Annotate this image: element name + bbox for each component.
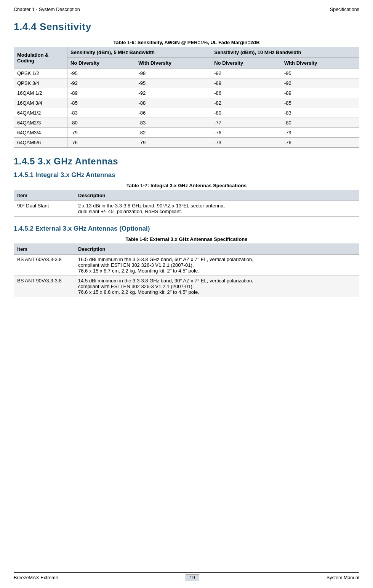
- header-right: Specifications: [330, 7, 359, 12]
- table7-col2-header: Description: [75, 190, 359, 201]
- table6-sub-col3: No Diversity: [211, 58, 281, 69]
- page-footer: BreezeMAX Extreme 19 System Manual: [14, 572, 359, 581]
- section-1451-heading: 1.4.5.1 Integral 3.x GHz Antennas: [14, 171, 359, 179]
- table6-col1-header: Modulation & Coding: [14, 47, 67, 69]
- page: Chapter 1 - System Description Specifica…: [0, 0, 373, 588]
- table-row: BS ANT 60V/3.3-3.816.5 dBi minimum in th…: [14, 255, 359, 276]
- header-left: Chapter 1 - System Description: [14, 7, 80, 12]
- table8-col1-header: Item: [14, 244, 75, 255]
- table6-col2-header: Sensitivity (dBm), 5 MHz Bandwidth: [67, 47, 211, 58]
- table-row: 64QAM2/3-80-83-77-80: [14, 118, 359, 128]
- table6-sensitivity: Modulation & Coding Sensitivity (dBm), 5…: [14, 47, 359, 148]
- table-row: 90° Dual Slant2 x 13 dBi in the 3.3-3.8 …: [14, 201, 359, 217]
- table-row: BS ANT 90V/3.3-3.814.5 dBi minimum in th…: [14, 276, 359, 297]
- section-145-heading: 1.4.5 3.x GHz Antennas: [14, 156, 359, 167]
- table8-external-antennas: Item Description BS ANT 60V/3.3-3.816.5 …: [14, 244, 359, 297]
- table-row: 64QAM5/6-76-79-73-76: [14, 138, 359, 148]
- table6-col3-header: Sensitivity (dBm), 10 MHz Bandwidth: [211, 47, 359, 58]
- table6-sub-col1: No Diversity: [67, 58, 135, 69]
- table-row: 64QAM1/2-83-86-80-83: [14, 108, 359, 118]
- table-row: 16QAM 1/2-89-92-86-89: [14, 88, 359, 98]
- table7-caption: Table 1-7: Integral 3.x GHz Antennas Spe…: [14, 183, 359, 188]
- section-1452-heading: 1.4.5.2 External 3.x GHz Antennas (Optio…: [14, 225, 359, 233]
- footer-right: System Manual: [327, 575, 359, 580]
- page-header: Chapter 1 - System Description Specifica…: [14, 7, 359, 14]
- table7-col1-header: Item: [14, 190, 75, 201]
- table-row: QPSK 1/2-95-98-92-95: [14, 69, 359, 78]
- table7-integral-antennas: Item Description 90° Dual Slant2 x 13 dB…: [14, 190, 359, 217]
- table-row: 16QAM 3/4-85-88-82-85: [14, 98, 359, 108]
- footer-left: BreezeMAX Extreme: [14, 575, 58, 580]
- table-row: QPSK 3/4-92-95-89-92: [14, 78, 359, 88]
- table-row: 64QAM3/4-79-82-76-79: [14, 128, 359, 138]
- table6-caption: Table 1-6: Sensitivity, AWGN @ PER=1%, U…: [14, 40, 359, 45]
- table8-col2-header: Description: [75, 244, 359, 255]
- table6-sub-col2: With Diversity: [135, 58, 211, 69]
- table8-caption: Table 1-8: External 3.x GHz Antennas Spe…: [14, 236, 359, 242]
- section-144-heading: 1.4.4 Sensitivity: [14, 21, 359, 33]
- table6-sub-col4: With Diversity: [281, 58, 359, 69]
- footer-page: 19: [186, 574, 199, 581]
